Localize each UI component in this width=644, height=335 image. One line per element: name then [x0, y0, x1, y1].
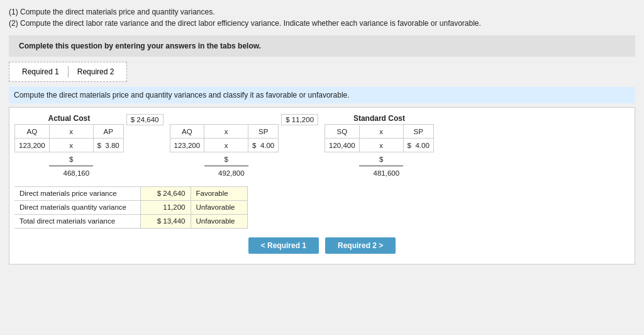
- actual-dollar-label: $: [49, 152, 93, 166]
- mid-aq-label: AQ: [170, 125, 204, 139]
- actual-total-value: 468,160: [49, 166, 93, 180]
- std-dollar-row: $: [325, 152, 434, 166]
- mid-cost-block: - AQ x SP 123,200 x $ 4.00 $: [170, 114, 279, 180]
- summary-row-3: Total direct materials variance $ 13,440…: [14, 214, 247, 228]
- std-x1-label: x: [359, 125, 403, 139]
- mid-total-row: 492,800: [170, 166, 279, 180]
- std-dollar-spacer2: [403, 152, 433, 166]
- question-row: Compute the direct materials price and q…: [9, 87, 635, 103]
- std-total-spacer2: [403, 166, 433, 180]
- content-area: Actual Cost AQ x AP 123,200 x $ 3.80 $: [9, 107, 635, 264]
- instruction-box: Complete this question by entering your …: [9, 35, 635, 57]
- mid-header-row: AQ x SP: [170, 125, 279, 139]
- mid-dollar-row: $: [170, 152, 279, 166]
- actual-total-spacer: [15, 166, 50, 180]
- mid-aq-value: 123,200: [170, 139, 204, 152]
- tabs-container: Required 1 Required 2: [9, 62, 127, 82]
- tab-required1[interactable]: Required 1: [13, 65, 68, 79]
- actual-aq-value: 123,200: [15, 139, 50, 152]
- actual-dollar-row: $: [15, 152, 124, 166]
- mid-sp-value: $ 4.00: [248, 139, 279, 152]
- summary-row-2: Direct materials quantity variance 11,20…: [14, 200, 247, 214]
- actual-ap-value: $ 3.80: [93, 139, 123, 152]
- summary-label-3: Total direct materials variance: [14, 214, 140, 228]
- std-header-row: SQ x SP: [325, 125, 434, 139]
- std-x2-value: x: [359, 139, 403, 152]
- actual-cost-values-row: 123,200 x $ 3.80: [15, 139, 124, 152]
- actual-dollar-spacer: [15, 152, 50, 166]
- summary-value-1: $ 24,640: [140, 186, 191, 200]
- mid-x1-label: x: [204, 125, 248, 139]
- question-text: Compute the direct materials price and q…: [14, 91, 350, 99]
- std-sq-label: SQ: [325, 125, 360, 139]
- mid-sp-label: SP: [248, 125, 279, 139]
- summary-status-2: Unfavorable: [191, 200, 247, 214]
- mid-cost-table: AQ x SP 123,200 x $ 4.00 $: [170, 124, 279, 180]
- std-total-spacer: [325, 166, 360, 180]
- summary-status-3: Unfavorable: [191, 214, 247, 228]
- actual-total-spacer2: [93, 166, 123, 180]
- mid-total-value: 492,800: [204, 166, 248, 180]
- tab-required2[interactable]: Required 2: [69, 65, 123, 79]
- actual-cost-block: Actual Cost AQ x AP 123,200 x $ 3.80 $: [14, 114, 124, 180]
- nav-buttons: < Required 1 Required 2 >: [14, 237, 630, 258]
- actual-result-value: $ 24,640: [126, 114, 164, 125]
- actual-cost-header: Actual Cost: [14, 114, 124, 123]
- std-sp-label: SP: [403, 125, 433, 139]
- actual-ap-label: AP: [93, 125, 123, 139]
- prev-button[interactable]: < Required 1: [248, 237, 319, 254]
- instruction-text: Complete this question by entering your …: [19, 42, 625, 50]
- summary-value-3: $ 13,440: [140, 214, 191, 228]
- mid-result-col: $ 11,200: [279, 114, 321, 129]
- actual-aq-label: AQ: [15, 125, 50, 139]
- intro-line1: (1) Compute the direct materials price a…: [9, 6, 635, 18]
- mid-dollar-spacer2: [248, 152, 279, 166]
- std-cost-table: SQ x SP 120,400 x $ 4.00 $: [325, 124, 434, 180]
- std-total-value: 481,600: [359, 166, 403, 180]
- cost-tables-row: Actual Cost AQ x AP 123,200 x $ 3.80 $: [14, 114, 630, 180]
- summary-value-2: 11,200: [140, 200, 191, 214]
- intro-text: (1) Compute the direct materials price a…: [9, 6, 635, 29]
- std-dollar-spacer: [325, 152, 360, 166]
- summary-table: Direct materials price variance $ 24,640…: [14, 186, 248, 229]
- actual-x2-value: x: [49, 139, 93, 152]
- mid-result-value: $ 11,200: [281, 114, 318, 125]
- summary-row-1: Direct materials price variance $ 24,640…: [14, 186, 247, 200]
- summary-label-2: Direct materials quantity variance: [14, 200, 140, 214]
- std-cost-block: Standard Cost SQ x SP 120,400 x $ 4.00: [325, 114, 434, 180]
- std-total-row: 481,600: [325, 166, 434, 180]
- std-sq-value: 120,400: [325, 139, 360, 152]
- mid-dollar-spacer: [170, 152, 204, 166]
- actual-dollar-spacer2: [93, 152, 123, 166]
- actual-result-col: $ 24,640: [124, 114, 166, 129]
- mid-x2-value: x: [204, 139, 248, 152]
- std-sp-value: $ 4.00: [403, 139, 433, 152]
- actual-cost-table: AQ x AP 123,200 x $ 3.80 $: [14, 124, 124, 180]
- std-values-row: 120,400 x $ 4.00: [325, 139, 434, 152]
- summary-label-1: Direct materials price variance: [14, 186, 140, 200]
- actual-total-row: 468,160: [15, 166, 124, 180]
- actual-cost-header-row: AQ x AP: [15, 125, 124, 139]
- summary-section: Direct materials price variance $ 24,640…: [14, 186, 630, 229]
- mid-total-spacer2: [248, 166, 279, 180]
- summary-status-1: Favorable: [191, 186, 247, 200]
- intro-line2: (2) Compute the direct labor rate varian…: [9, 18, 635, 29]
- mid-dollar-label: $: [204, 152, 248, 166]
- std-cost-header: Standard Cost: [325, 114, 434, 123]
- next-button[interactable]: Required 2 >: [325, 237, 396, 254]
- actual-x1-label: x: [49, 125, 93, 139]
- std-dollar-label: $: [359, 152, 403, 166]
- mid-total-spacer: [170, 166, 204, 180]
- mid-values-row: 123,200 x $ 4.00: [170, 139, 279, 152]
